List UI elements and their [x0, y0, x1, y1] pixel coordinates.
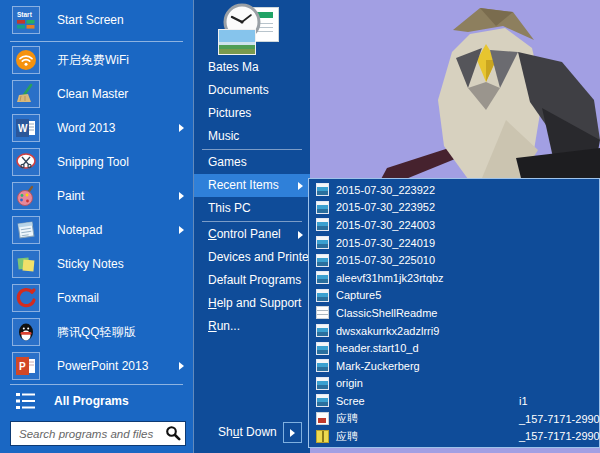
user-tile-icons: [194, 0, 310, 56]
menu-item-recent-items[interactable]: Recent Items: [194, 174, 310, 197]
menu-item-powerpoint-2013[interactable]: P PowerPoint 2013: [0, 349, 193, 383]
recent-item[interactable]: 2015-07-30_224019: [309, 234, 599, 252]
recent-item-label: 2015-07-30_223952: [336, 201, 435, 213]
search-box: [10, 421, 186, 446]
menu-item-label: Clean Master: [57, 87, 128, 101]
recent-item[interactable]: 2015-07-30_223922: [309, 181, 599, 199]
menu-item-clean-master[interactable]: Clean Master: [0, 77, 193, 111]
recent-item[interactable]: Capture5: [309, 287, 599, 305]
recent-item[interactable]: dwsxakurrkx2adzlrri9: [309, 322, 599, 340]
menu-item-games[interactable]: Games: [194, 151, 310, 174]
image-file-icon: [316, 236, 329, 249]
recent-item[interactable]: Mark-Zuckerberg: [309, 357, 599, 375]
menu-item-default-programs[interactable]: Default Programs: [194, 269, 310, 292]
svg-text:Start: Start: [17, 11, 33, 18]
recent-item[interactable]: 2015-07-30_225010: [309, 251, 599, 269]
menu-item-label: PowerPoint 2013: [57, 359, 148, 373]
recent-item-label-fragment: _157-7171-2990: [519, 430, 600, 442]
menu-item-label: Games: [208, 155, 247, 169]
menu-item-user-name[interactable]: Bates Ma: [194, 56, 310, 79]
menu-item-label: Documents: [208, 83, 269, 97]
menu-item-label: Snipping Tool: [57, 155, 129, 169]
menu-item-label: ontrol Panel: [217, 227, 281, 241]
recent-item[interactable]: 2015-07-30_223952: [309, 199, 599, 217]
paint-palette-icon: [12, 182, 40, 210]
recent-item-label: dwsxakurrkx2adzlrri9: [336, 325, 439, 337]
recent-item[interactable]: 2015-07-30_224003: [309, 216, 599, 234]
shutdown-options-button[interactable]: [283, 422, 302, 443]
shutdown-label-pre: Sh: [218, 425, 233, 439]
recent-items-submenu: 2015-07-30_223922 2015-07-30_223952 2015…: [308, 178, 600, 448]
image-file-icon: [316, 183, 329, 196]
shutdown-button[interactable]: Shut Down: [218, 425, 277, 439]
menu-item-run[interactable]: Run...: [194, 315, 310, 338]
foxmail-icon: [12, 284, 40, 312]
right-column-separator: [202, 221, 302, 222]
recent-item[interactable]: header.start10_d: [309, 339, 599, 357]
recent-item[interactable]: ClassicShellReadme: [309, 304, 599, 322]
menu-item-label: Pictures: [208, 106, 251, 120]
menu-item-start-screen[interactable]: Start Start Screen: [0, 0, 193, 40]
left-column-separator: [10, 384, 183, 385]
image-file-icon: [316, 359, 329, 372]
menu-item-label: Recent Items: [208, 178, 279, 192]
recent-item-label: 2015-07-30_223922: [336, 184, 435, 196]
shutdown-area: Shut Down: [194, 421, 310, 445]
menu-item-paint[interactable]: Paint: [0, 179, 193, 213]
text-file-icon: [316, 306, 329, 319]
recent-item-label-fragment: _157-7171-2990: [519, 413, 600, 425]
menu-item-label: Word 2013: [57, 121, 115, 135]
mnemonic-letter: H: [208, 296, 217, 310]
menu-item-word-2013[interactable]: W Word 2013: [0, 111, 193, 145]
user-name-label: Bates Ma: [208, 60, 259, 74]
recent-item-label: 应聘: [336, 411, 358, 426]
menu-item-sticky-notes[interactable]: Sticky Notes: [0, 247, 193, 281]
start-menu-right-column: Bates Ma Documents Pictures Music Games …: [193, 0, 310, 453]
menu-item-label: This PC: [208, 201, 251, 215]
recent-item[interactable]: 应聘_157-7171-2990: [309, 427, 599, 445]
recent-item-label: 2015-07-30_224003: [336, 219, 435, 231]
recent-item[interactable]: Screei1: [309, 392, 599, 410]
menu-item-help-support[interactable]: Help and Support: [194, 292, 310, 315]
menu-item-qq[interactable]: 腾讯QQ轻聊版: [0, 315, 193, 349]
start-screen-icon: Start: [12, 6, 40, 34]
pdf-file-icon: [316, 412, 329, 425]
search-input[interactable]: [17, 422, 161, 445]
word-icon: W: [12, 114, 40, 142]
menu-item-label: Sticky Notes: [57, 257, 124, 271]
menu-item-label: 开启免费WiFi: [57, 52, 129, 69]
menu-item-free-wifi[interactable]: 开启免费WiFi: [0, 43, 193, 77]
search-icon[interactable]: [165, 425, 181, 441]
recent-item[interactable]: aleevf31hm1jk23rtqbz: [309, 269, 599, 287]
image-file-icon: [316, 289, 329, 302]
menu-item-pictures[interactable]: Pictures: [194, 102, 310, 125]
menu-item-devices-printers[interactable]: Devices and Printers: [194, 246, 310, 269]
photo-preview-icon: [218, 29, 256, 55]
recent-item[interactable]: origin: [309, 375, 599, 393]
menu-item-control-panel[interactable]: Control Panel: [194, 223, 310, 246]
svg-text:P: P: [19, 361, 26, 372]
recent-item-label: aleevf31hm1jk23rtqbz: [336, 272, 444, 284]
image-file-icon: [316, 254, 329, 267]
all-programs-button[interactable]: All Programs: [0, 386, 193, 416]
recent-item-label: 2015-07-30_225010: [336, 254, 435, 266]
left-column-separator: [10, 41, 183, 42]
menu-item-label: 腾讯QQ轻聊版: [57, 324, 136, 341]
recent-item-label: ClassicShellReadme: [336, 307, 438, 319]
submenu-arrow-icon: [179, 192, 184, 200]
recent-item-label: Capture5: [336, 289, 381, 301]
scissors-icon: [12, 148, 40, 176]
menu-item-music[interactable]: Music: [194, 125, 310, 148]
image-file-icon: [316, 218, 329, 231]
recent-item[interactable]: 应聘_157-7171-2990: [309, 410, 599, 428]
menu-item-documents[interactable]: Documents: [194, 79, 310, 102]
recent-item-label-fragment: i1: [519, 395, 528, 407]
menu-item-snipping-tool[interactable]: Snipping Tool: [0, 145, 193, 179]
menu-item-foxmail[interactable]: Foxmail: [0, 281, 193, 315]
image-file-icon: [316, 377, 329, 390]
menu-item-notepad[interactable]: Notepad: [0, 213, 193, 247]
menu-item-this-pc[interactable]: This PC: [194, 197, 310, 220]
submenu-arrow-icon: [298, 182, 303, 190]
menu-item-label: Foxmail: [57, 291, 99, 305]
shutdown-label-rest: t Down: [239, 425, 276, 439]
